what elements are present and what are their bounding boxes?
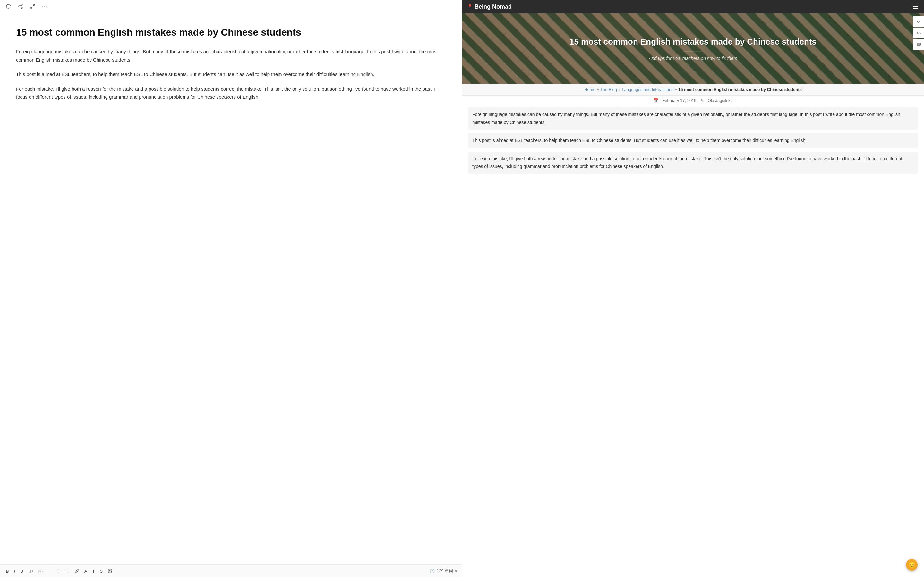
article-author: Ola Jagielska [708,98,733,103]
hero-section: 15 most common English mistakes made by … [462,13,924,84]
breadcrumb-blog[interactable]: The Blog [600,87,617,92]
code-icon-button[interactable]: </> [913,27,924,39]
svg-rect-18 [917,43,921,44]
article-paragraphs: Foreign language mistakes can be caused … [462,104,924,184]
breadcrumb-category[interactable]: Languages and Interactions [622,87,673,92]
svg-line-3 [20,7,21,8]
svg-point-17 [109,570,110,571]
share-button[interactable] [17,3,24,10]
svg-line-5 [33,5,35,6]
italic-button[interactable]: I [13,568,16,574]
editor-panel: ··· 15 most common English mistakes made… [0,0,462,577]
format-tools: B I U H1 H2 " A T S [5,567,113,574]
list-ol-button[interactable] [64,568,71,574]
underline-button[interactable]: U [19,568,24,574]
editor-title[interactable]: 15 most common English mistakes made by … [16,26,446,39]
svg-point-0 [21,4,23,5]
svg-line-4 [20,5,21,6]
breadcrumb-home[interactable]: Home [584,87,596,92]
svg-line-6 [31,7,32,8]
breadcrumb-current: 15 most common English mistakes made by … [678,87,802,92]
word-count-value: 129 单词 [437,568,453,574]
clock-icon: 🕐 [430,569,435,574]
expand-button[interactable] [29,3,36,10]
editor-paragraph-1[interactable]: Foreign language mistakes can be caused … [16,47,446,64]
more-button[interactable]: ··· [42,3,48,10]
side-icons: </> [913,16,924,50]
list-ul-button[interactable] [54,568,61,574]
editor-paragraph-2[interactable]: This post is aimed at ESL teachers, to h… [16,70,446,79]
article-paragraph-2: This post is aimed at ESL teachers, to h… [468,133,918,148]
bold-button[interactable]: B [5,568,10,574]
logo-text: Being Nomad [475,3,512,10]
link-button[interactable] [73,568,81,574]
breadcrumb: Home » The Blog » Languages and Interact… [468,87,918,92]
breadcrumb-sep-1: » [597,87,599,92]
refresh-button[interactable] [5,3,11,10]
svg-rect-19 [917,44,921,45]
heading2-button[interactable]: H2 [37,568,45,574]
image-button[interactable] [107,568,113,574]
hero-subtitle: And tips for ESL teachers on how to fix … [649,56,737,61]
hero-title: 15 most common English mistakes made by … [569,37,817,47]
browser-panel: 📍 Being Nomad ☰ 15 most common English m… [462,0,924,577]
svg-rect-20 [917,45,921,46]
breadcrumb-sep-2: » [618,87,620,92]
author-icon: ✎ [700,98,704,103]
article-paragraph-1: Foreign language mistakes can be caused … [468,107,918,129]
svg-point-2 [21,7,23,9]
logo-icon: 📍 [467,4,473,9]
stack-icon-button[interactable] [913,39,924,50]
table-button[interactable]: T [91,568,96,574]
emoji-button[interactable]: 😊 [906,559,918,571]
browser-navbar: 📍 Being Nomad ☰ [462,0,924,13]
hero-background [462,13,924,84]
article-paragraph-3: For each mistake, I'll give both a reaso… [468,152,918,174]
browser-content: 15 most common English mistakes made by … [462,13,924,577]
editor-paragraph-3[interactable]: For each mistake, I'll give both a reaso… [16,85,446,101]
breadcrumb-section: Home » The Blog » Languages and Interact… [462,84,924,95]
date-icon: 📅 [653,98,658,103]
strikethrough-button[interactable]: S [99,568,104,574]
hamburger-menu-button[interactable]: ☰ [913,3,919,11]
editor-bottom-toolbar: B I U H1 H2 " A T S 🕐 129 单词 ▾ [0,564,462,577]
site-logo: 📍 Being Nomad [467,3,512,10]
article-meta: 📅 February 17, 2019 ✎ Ola Jagielska [462,95,924,104]
breadcrumb-sep-3: » [675,87,677,92]
underline-alt-button[interactable]: A [83,568,89,574]
article-date: February 17, 2019 [662,98,696,103]
word-count-dropdown[interactable]: ▾ [455,569,457,574]
heading1-button[interactable]: H1 [27,568,34,574]
svg-point-1 [19,6,20,7]
check-icon-button[interactable] [913,16,924,27]
word-count: 🕐 129 单词 ▾ [430,568,457,574]
editor-content-area: 15 most common English mistakes made by … [0,13,462,564]
quote-button[interactable]: " [47,567,52,574]
editor-top-toolbar: ··· [0,0,462,13]
